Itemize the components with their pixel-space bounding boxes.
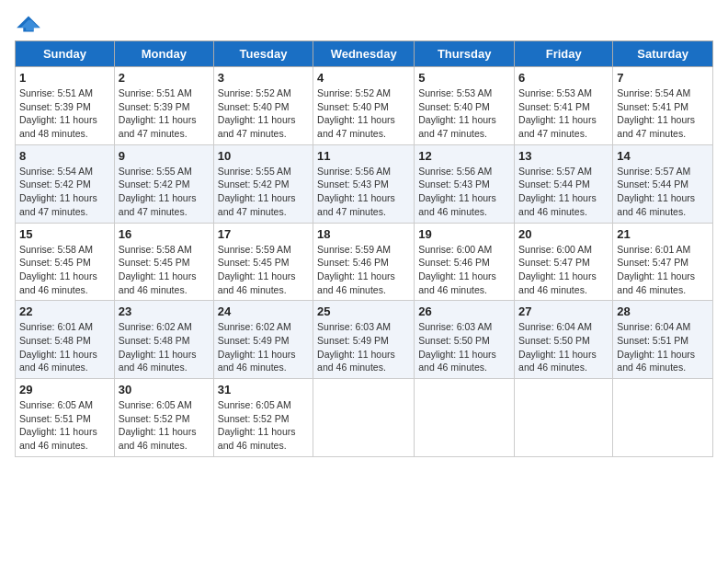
calendar-cell: 12Sunrise: 5:56 AM Sunset: 5:43 PM Dayli…	[415, 144, 515, 223]
calendar-cell: 27Sunrise: 6:04 AM Sunset: 5:50 PM Dayli…	[515, 301, 613, 379]
day-info: Sunrise: 5:57 AM Sunset: 5:44 PM Dayligh…	[518, 165, 609, 219]
calendar-week-row: 1Sunrise: 5:51 AM Sunset: 5:39 PM Daylig…	[16, 67, 713, 145]
day-info: Sunrise: 6:01 AM Sunset: 5:48 PM Dayligh…	[19, 320, 110, 374]
day-number: 15	[19, 227, 110, 241]
calendar-week-row: 8Sunrise: 5:54 AM Sunset: 5:42 PM Daylig…	[16, 144, 713, 223]
day-of-week-header: Monday	[114, 41, 213, 67]
day-info: Sunrise: 6:04 AM Sunset: 5:50 PM Dayligh…	[518, 320, 609, 374]
calendar-cell: 18Sunrise: 5:59 AM Sunset: 5:46 PM Dayli…	[313, 223, 415, 301]
day-number: 19	[418, 227, 510, 241]
day-info: Sunrise: 6:03 AM Sunset: 5:49 PM Dayligh…	[317, 320, 410, 374]
day-number: 1	[19, 71, 110, 85]
calendar-cell: 11Sunrise: 5:56 AM Sunset: 5:43 PM Dayli…	[313, 144, 415, 223]
day-number: 7	[617, 71, 709, 85]
day-number: 28	[617, 304, 709, 318]
calendar-cell: 3Sunrise: 5:52 AM Sunset: 5:40 PM Daylig…	[213, 67, 313, 145]
page-header	[15, 15, 713, 33]
calendar-cell: 22Sunrise: 6:01 AM Sunset: 5:48 PM Dayli…	[16, 301, 115, 379]
day-number: 25	[317, 304, 410, 318]
calendar-cell: 25Sunrise: 6:03 AM Sunset: 5:49 PM Dayli…	[313, 301, 415, 379]
day-info: Sunrise: 6:05 AM Sunset: 5:52 PM Dayligh…	[218, 398, 309, 453]
day-number: 17	[218, 227, 309, 241]
day-info: Sunrise: 5:52 AM Sunset: 5:40 PM Dayligh…	[218, 86, 309, 141]
day-number: 11	[317, 149, 410, 163]
day-number: 18	[317, 227, 410, 241]
day-info: Sunrise: 6:02 AM Sunset: 5:49 PM Dayligh…	[218, 320, 309, 374]
logo	[15, 15, 46, 33]
day-number: 9	[119, 149, 210, 163]
day-number: 31	[218, 383, 309, 396]
day-number: 5	[418, 71, 510, 85]
calendar-cell: 28Sunrise: 6:04 AM Sunset: 5:51 PM Dayli…	[613, 301, 713, 379]
day-of-week-header: Friday	[515, 41, 613, 67]
calendar-week-row: 15Sunrise: 5:58 AM Sunset: 5:45 PM Dayli…	[16, 223, 713, 301]
day-number: 29	[19, 383, 110, 396]
day-info: Sunrise: 5:59 AM Sunset: 5:45 PM Dayligh…	[218, 243, 309, 297]
calendar-cell: 19Sunrise: 6:00 AM Sunset: 5:46 PM Dayli…	[415, 223, 515, 301]
day-info: Sunrise: 6:00 AM Sunset: 5:47 PM Dayligh…	[518, 243, 609, 297]
calendar-cell: 31Sunrise: 6:05 AM Sunset: 5:52 PM Dayli…	[213, 379, 313, 457]
calendar-cell: 29Sunrise: 6:05 AM Sunset: 5:51 PM Dayli…	[16, 379, 115, 457]
day-number: 10	[218, 149, 309, 163]
calendar-cell: 7Sunrise: 5:54 AM Sunset: 5:41 PM Daylig…	[613, 67, 713, 145]
calendar-table: SundayMondayTuesdayWednesdayThursdayFrid…	[15, 40, 713, 457]
day-number: 12	[418, 149, 510, 163]
day-number: 14	[617, 149, 709, 163]
day-info: Sunrise: 6:00 AM Sunset: 5:46 PM Dayligh…	[418, 243, 510, 297]
calendar-cell: 15Sunrise: 5:58 AM Sunset: 5:45 PM Dayli…	[16, 223, 115, 301]
day-info: Sunrise: 5:53 AM Sunset: 5:41 PM Dayligh…	[518, 86, 609, 141]
calendar-cell: 6Sunrise: 5:53 AM Sunset: 5:41 PM Daylig…	[515, 67, 613, 145]
day-number: 23	[119, 304, 210, 318]
calendar-cell: 5Sunrise: 5:53 AM Sunset: 5:40 PM Daylig…	[415, 67, 515, 145]
calendar-cell	[313, 379, 415, 457]
day-info: Sunrise: 6:05 AM Sunset: 5:51 PM Dayligh…	[19, 398, 110, 453]
day-number: 22	[19, 304, 110, 318]
day-info: Sunrise: 5:56 AM Sunset: 5:43 PM Dayligh…	[317, 165, 410, 219]
day-of-week-header: Sunday	[16, 41, 115, 67]
calendar-cell: 4Sunrise: 5:52 AM Sunset: 5:40 PM Daylig…	[313, 67, 415, 145]
day-info: Sunrise: 5:55 AM Sunset: 5:42 PM Dayligh…	[119, 165, 210, 219]
day-number: 24	[218, 304, 309, 318]
day-info: Sunrise: 6:02 AM Sunset: 5:48 PM Dayligh…	[119, 320, 210, 374]
day-info: Sunrise: 5:54 AM Sunset: 5:41 PM Dayligh…	[617, 86, 709, 141]
calendar-cell: 1Sunrise: 5:51 AM Sunset: 5:39 PM Daylig…	[16, 67, 115, 145]
calendar-cell: 8Sunrise: 5:54 AM Sunset: 5:42 PM Daylig…	[16, 144, 115, 223]
day-number: 8	[19, 149, 110, 163]
day-info: Sunrise: 5:56 AM Sunset: 5:43 PM Dayligh…	[418, 165, 510, 219]
calendar-cell: 21Sunrise: 6:01 AM Sunset: 5:47 PM Dayli…	[613, 223, 713, 301]
day-info: Sunrise: 5:53 AM Sunset: 5:40 PM Dayligh…	[418, 86, 510, 141]
day-info: Sunrise: 6:03 AM Sunset: 5:50 PM Dayligh…	[418, 320, 510, 374]
calendar-cell: 16Sunrise: 5:58 AM Sunset: 5:45 PM Dayli…	[114, 223, 213, 301]
calendar-cell: 23Sunrise: 6:02 AM Sunset: 5:48 PM Dayli…	[114, 301, 213, 379]
logo-icon	[15, 15, 42, 33]
day-info: Sunrise: 5:54 AM Sunset: 5:42 PM Dayligh…	[19, 165, 110, 219]
day-info: Sunrise: 5:51 AM Sunset: 5:39 PM Dayligh…	[119, 86, 210, 141]
day-info: Sunrise: 5:52 AM Sunset: 5:40 PM Dayligh…	[317, 86, 410, 141]
day-of-week-header: Saturday	[613, 41, 713, 67]
calendar-cell: 17Sunrise: 5:59 AM Sunset: 5:45 PM Dayli…	[213, 223, 313, 301]
day-info: Sunrise: 5:51 AM Sunset: 5:39 PM Dayligh…	[19, 86, 110, 141]
day-info: Sunrise: 6:01 AM Sunset: 5:47 PM Dayligh…	[617, 243, 709, 297]
calendar-cell	[415, 379, 515, 457]
days-of-week-row: SundayMondayTuesdayWednesdayThursdayFrid…	[16, 41, 713, 67]
calendar-cell	[515, 379, 613, 457]
day-of-week-header: Wednesday	[313, 41, 415, 67]
day-info: Sunrise: 5:55 AM Sunset: 5:42 PM Dayligh…	[218, 165, 309, 219]
calendar-cell: 24Sunrise: 6:02 AM Sunset: 5:49 PM Dayli…	[213, 301, 313, 379]
day-number: 27	[518, 304, 609, 318]
calendar-week-row: 22Sunrise: 6:01 AM Sunset: 5:48 PM Dayli…	[16, 301, 713, 379]
day-number: 30	[119, 383, 210, 396]
calendar-cell: 9Sunrise: 5:55 AM Sunset: 5:42 PM Daylig…	[114, 144, 213, 223]
day-number: 3	[218, 71, 309, 85]
calendar-cell: 26Sunrise: 6:03 AM Sunset: 5:50 PM Dayli…	[415, 301, 515, 379]
day-info: Sunrise: 6:04 AM Sunset: 5:51 PM Dayligh…	[617, 320, 709, 374]
day-info: Sunrise: 6:05 AM Sunset: 5:52 PM Dayligh…	[119, 398, 210, 453]
day-info: Sunrise: 5:57 AM Sunset: 5:44 PM Dayligh…	[617, 165, 709, 219]
calendar-cell: 20Sunrise: 6:00 AM Sunset: 5:47 PM Dayli…	[515, 223, 613, 301]
day-number: 26	[418, 304, 510, 318]
day-number: 6	[518, 71, 609, 85]
day-number: 4	[317, 71, 410, 85]
calendar-header: SundayMondayTuesdayWednesdayThursdayFrid…	[16, 41, 713, 67]
day-of-week-header: Thursday	[415, 41, 515, 67]
calendar-body: 1Sunrise: 5:51 AM Sunset: 5:39 PM Daylig…	[16, 67, 713, 457]
